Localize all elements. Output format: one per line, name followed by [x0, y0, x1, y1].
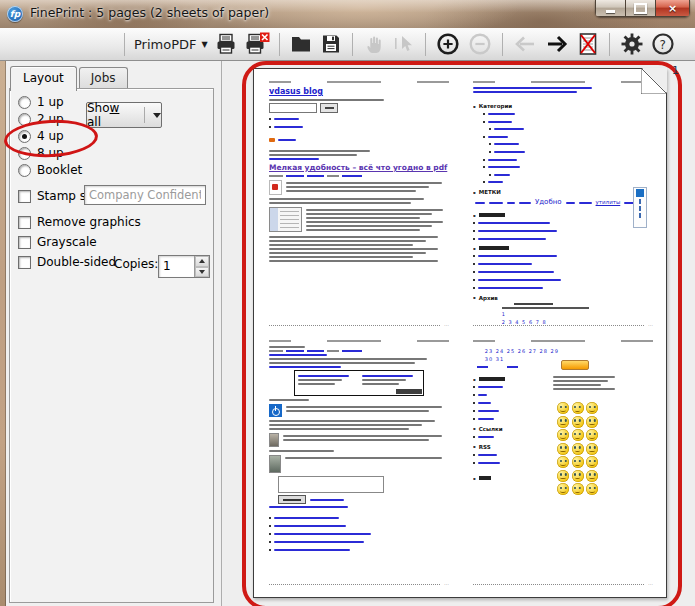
- open-button[interactable]: [289, 32, 313, 56]
- preview-mini-page-4: 23 24 25 26 27 28 2930 31СсылкиRSS…: [473, 340, 653, 585]
- settings-gear-icon: [619, 31, 645, 57]
- mini-m-ln: [306, 221, 443, 223]
- mini-m-row: [473, 384, 547, 390]
- spin-up-button[interactable]: [195, 256, 209, 267]
- mini-link-list: [473, 253, 653, 291]
- mini-media-row: [269, 404, 449, 417]
- checkbox-box: [18, 190, 31, 203]
- checkbox-box: [18, 256, 31, 269]
- toolbar-separator: [425, 33, 426, 56]
- mini-m-row: [269, 547, 449, 553]
- mini-m-ln: [283, 439, 429, 441]
- mini-mb: [514, 303, 553, 306]
- open-folder-icon: [289, 32, 313, 56]
- mini-meta-line: [269, 175, 449, 177]
- mini-m-ln: [269, 450, 334, 452]
- mini-m-ln: [306, 209, 443, 211]
- toolbar-separator: [124, 33, 125, 56]
- radio-booklet[interactable]: Booklet: [18, 163, 82, 177]
- primopdf-dropdown[interactable]: PrimoPDF ▼: [134, 37, 208, 52]
- zoom-in-button[interactable]: [435, 31, 461, 57]
- radio-1up[interactable]: 1 up: [18, 95, 64, 109]
- mini-media-row: [269, 207, 449, 233]
- mini-m-ln: [269, 420, 435, 422]
- mini-m-row: [473, 236, 653, 242]
- title-bar[interactable]: fp FinePrint : 5 pages (2 sheets of pape…: [0, 0, 695, 29]
- mini-m-ln: [269, 399, 309, 401]
- remove-graphics-checkbox[interactable]: Remove graphics: [18, 215, 141, 229]
- mini-m-row: [473, 220, 653, 226]
- help-button[interactable]: ?: [650, 31, 676, 57]
- mini-m-row: [269, 124, 449, 130]
- mini-m-ln: [286, 410, 429, 412]
- cancel-print-button[interactable]: [244, 32, 270, 56]
- close-button[interactable]: ×: [656, 0, 690, 17]
- mini-m-row: [483, 157, 653, 163]
- minimize-icon: [606, 10, 615, 13]
- delete-page-button[interactable]: [576, 31, 600, 57]
- radio-8up[interactable]: 8 up: [18, 146, 64, 160]
- mini-media-row: [269, 433, 449, 447]
- mini-submit-row: [278, 495, 449, 504]
- toolbar-separator: [609, 33, 610, 56]
- toolbar-separator: [352, 33, 353, 56]
- mini-left-column: 23 24 25 26 27 28 2930 31СсылкиRSS: [473, 346, 547, 495]
- mini-m-row: [473, 460, 547, 466]
- copies-stepper[interactable]: 1: [158, 255, 210, 278]
- mini-section-heading: Категории: [473, 103, 653, 109]
- mini-m-ln: [286, 186, 429, 188]
- mini-media-row: [269, 455, 449, 473]
- mini-m-row: [269, 539, 449, 545]
- mini-m-ln: [269, 154, 357, 156]
- chevron-down-icon: [153, 113, 161, 118]
- mini-link-line: [269, 354, 327, 356]
- mini-m-row: [473, 253, 653, 259]
- avp-thumb-icon: [269, 433, 279, 447]
- mini-m-row: [489, 172, 653, 178]
- print-button[interactable]: [214, 32, 238, 56]
- mini-cols: [298, 373, 420, 387]
- mini-m-row: [269, 531, 449, 537]
- mini-m-ln: [362, 379, 406, 381]
- grayscale-checkbox[interactable]: Grayscale: [18, 235, 97, 249]
- minimize-button[interactable]: [595, 0, 626, 17]
- radio-2up[interactable]: 2 up: [18, 112, 64, 126]
- toolbar-separator: [502, 33, 503, 56]
- mini-m-ln: [283, 435, 442, 437]
- mini-tag-cloud: Удобноутилиты: [473, 197, 653, 208]
- mini-m-row: [269, 523, 449, 529]
- mini-m-ln: [269, 260, 438, 262]
- tab-layout[interactable]: Layout: [10, 66, 77, 91]
- spinner-buttons[interactable]: [194, 256, 209, 277]
- grayscale-label: Grayscale: [37, 235, 97, 249]
- stamp-text-input[interactable]: [84, 185, 206, 205]
- mini-m-gap: [553, 346, 653, 360]
- sheet-preview[interactable]: vdasus blogМелкая удобность – всё что уг…: [253, 68, 667, 598]
- mini-link-list: [269, 515, 449, 553]
- mini-section-heading: [473, 377, 547, 382]
- save-button[interactable]: [319, 32, 343, 56]
- printer-icon: [214, 32, 238, 56]
- next-sheet-button[interactable]: [544, 32, 570, 56]
- mini-m-calrow: 30 31: [485, 356, 547, 364]
- mini-link-line: [269, 158, 319, 160]
- double-sided-checkbox[interactable]: Double-sided: [18, 255, 116, 269]
- print-header: [269, 81, 449, 83]
- spin-down-button[interactable]: [195, 267, 209, 278]
- sheet-number: 1: [672, 64, 679, 77]
- tab-jobs[interactable]: Jobs: [79, 67, 128, 89]
- mini-m-ln: [269, 150, 370, 152]
- settings-button[interactable]: [619, 31, 645, 57]
- mini-m-row: [473, 434, 547, 440]
- copies-label: Copies:: [114, 257, 158, 271]
- show-all-dropdown[interactable]: Show all: [86, 102, 162, 128]
- pan-tool-button: [362, 32, 386, 56]
- mini-m-row: [483, 164, 653, 170]
- radio-4up[interactable]: 4 up: [18, 129, 64, 143]
- mini-m-ln: [269, 358, 427, 360]
- next-sheet-icon: [544, 32, 570, 56]
- mini-m-ln: [362, 383, 399, 385]
- maximize-button[interactable]: [626, 0, 656, 17]
- mini-m-row: [473, 400, 547, 406]
- mini-m-gap: [473, 368, 547, 373]
